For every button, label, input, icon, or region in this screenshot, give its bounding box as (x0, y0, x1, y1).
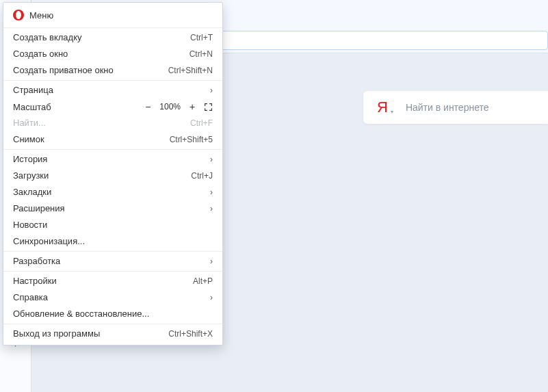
search-placeholder: Найти в интернете (406, 102, 489, 113)
menu-separator (3, 149, 222, 150)
chevron-right-icon: › (210, 200, 213, 217)
menu-item-news[interactable]: Новости (3, 217, 222, 233)
menu-item-update[interactable]: Обновление & восстановление... (3, 306, 222, 322)
menu-item-exit[interactable]: Выход из программы Ctrl+Shift+X (3, 326, 222, 342)
chevron-right-icon: › (210, 184, 213, 200)
menu-item-developer[interactable]: Разработка › (3, 253, 222, 270)
chevron-right-icon: › (210, 289, 213, 306)
chevron-right-icon: › (210, 151, 213, 168)
fullscreen-icon[interactable] (204, 103, 213, 112)
chevron-right-icon: › (210, 82, 213, 99)
menu-separator (3, 27, 222, 28)
menu-item-new-window[interactable]: Создать окно Ctrl+N (3, 46, 222, 62)
chevron-down-icon[interactable]: ▾ (391, 109, 393, 115)
menu-item-downloads[interactable]: Загрузки Ctrl+J (3, 168, 222, 184)
menu-item-help[interactable]: Справка › (3, 289, 222, 306)
menu-item-settings[interactable]: Настройки Alt+P (3, 273, 222, 289)
zoom-value: 100% (159, 102, 181, 112)
menu-item-new-private-window[interactable]: Создать приватное окно Ctrl+Shift+N (3, 62, 222, 79)
opera-icon (13, 10, 24, 21)
zoom-out-button[interactable]: − (143, 101, 153, 112)
menu-item-new-tab[interactable]: Создать вкладку Ctrl+T (3, 29, 222, 46)
yandex-logo: Я (377, 99, 388, 116)
menu-item-zoom: Масштаб − 100% + (3, 99, 222, 115)
main-menu: Меню Создать вкладку Ctrl+T Создать окно… (3, 2, 223, 345)
menu-item-page[interactable]: Страница › (3, 82, 222, 99)
menu-item-extensions[interactable]: Расширения › (3, 200, 222, 217)
menu-separator (3, 251, 222, 252)
menu-item-bookmarks[interactable]: Закладки › (3, 184, 222, 200)
menu-item-snapshot[interactable]: Снимок Ctrl+Shift+5 (3, 131, 222, 148)
menu-separator (3, 324, 222, 324)
menu-title: Меню (29, 10, 53, 21)
menu-separator (3, 271, 222, 272)
menu-item-sync[interactable]: Синхронизация... (3, 233, 222, 250)
zoom-in-button[interactable]: + (187, 101, 197, 112)
menu-item-history[interactable]: История › (3, 151, 222, 168)
menu-item-find: Найти... Ctrl+F (3, 115, 222, 131)
search-box[interactable]: Я ▾ Найти в интернете (363, 91, 548, 124)
chevron-right-icon: › (210, 253, 213, 270)
menu-header: Меню (3, 7, 222, 26)
menu-separator (3, 80, 222, 81)
